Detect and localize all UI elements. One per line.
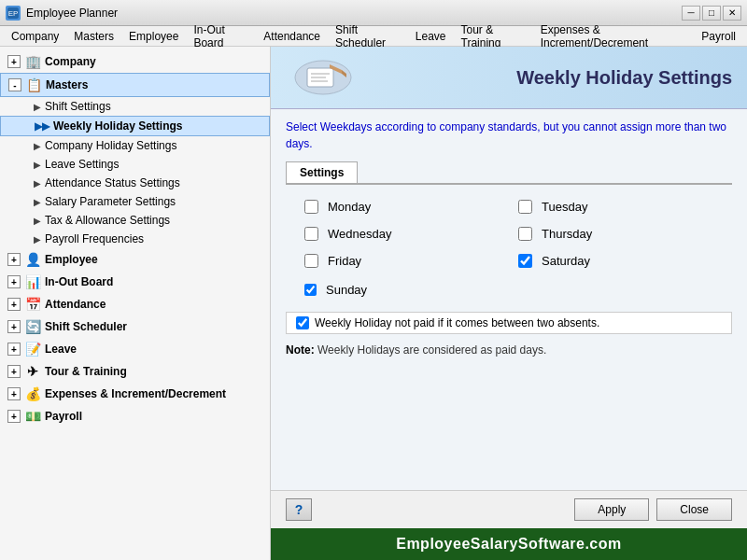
note-label: Note: xyxy=(286,343,315,357)
help-button[interactable]: ? xyxy=(286,498,312,521)
sidebar-item-expenses[interactable]: + 💰 Expenses & Increment/Decrement xyxy=(0,383,270,405)
expenses-icon: 💰 xyxy=(24,385,41,402)
content-logo xyxy=(286,54,360,101)
days-grid: Monday Tuesday Wednesday Thursday Friday xyxy=(286,200,732,268)
arrow-company-holiday: ▶ xyxy=(34,141,41,151)
sidebar-label-employee: Employee xyxy=(45,253,98,266)
window-controls[interactable]: ─ □ ✕ xyxy=(682,6,741,21)
main-layout: + 🏢 Company - 📋 Masters ▶ Shift Settings… xyxy=(0,47,747,560)
sidebar-label-masters: Masters xyxy=(46,78,88,91)
friday-checkbox[interactable] xyxy=(304,254,318,268)
sidebar-item-payroll[interactable]: + 💵 Payroll xyxy=(0,405,270,427)
sidebar-item-attendance[interactable]: + 📅 Attendance xyxy=(0,293,270,315)
day-sunday-row: Sunday xyxy=(286,283,732,297)
sunday-label: Sunday xyxy=(326,283,367,297)
arrow-salary: ▶ xyxy=(34,197,41,207)
day-saturday: Saturday xyxy=(518,254,713,268)
note-text: Weekly Holidays are considered as paid d… xyxy=(315,343,547,357)
sidebar-item-company[interactable]: + 🏢 Company xyxy=(0,50,270,73)
sidebar-label-salary-parameter: Salary Parameter Settings xyxy=(45,195,176,208)
expand-icon-inout: + xyxy=(7,275,21,288)
menu-attendance[interactable]: Attendance xyxy=(256,28,328,45)
monday-checkbox[interactable] xyxy=(304,200,318,214)
tab-settings[interactable]: Settings xyxy=(286,161,358,183)
sidebar-label-attendance-status: Attendance Status Settings xyxy=(45,176,180,189)
expand-icon-shift: + xyxy=(7,320,21,333)
sidebar-label-leave: Leave xyxy=(45,343,77,356)
tuesday-checkbox[interactable] xyxy=(518,200,532,214)
holiday-unpaid-row: Weekly Holiday not paid if it comes betw… xyxy=(286,312,732,334)
sidebar-item-shift-settings[interactable]: ▶ Shift Settings xyxy=(0,97,270,116)
shift-icon: 🔄 xyxy=(24,318,41,335)
expand-icon-masters: - xyxy=(8,78,21,91)
menu-masters[interactable]: Masters xyxy=(66,28,121,45)
arrow-leave: ▶ xyxy=(34,160,41,170)
sidebar-item-weekly-holiday[interactable]: ▶▶ Weekly Holiday Settings xyxy=(0,116,270,136)
employee-icon: 👤 xyxy=(24,251,41,268)
sidebar-item-leave[interactable]: + 📝 Leave xyxy=(0,338,270,360)
info-text: Select Weekdays according to company sta… xyxy=(286,119,732,152)
saturday-checkbox[interactable] xyxy=(518,254,532,268)
close-button[interactable]: Close xyxy=(656,498,732,521)
day-thursday: Thursday xyxy=(518,227,713,241)
sidebar-item-inout[interactable]: + 📊 In-Out Board xyxy=(0,271,270,293)
menu-leave[interactable]: Leave xyxy=(408,28,454,45)
sidebar-item-shift-scheduler[interactable]: + 🔄 Shift Scheduler xyxy=(0,315,270,338)
sidebar-item-leave-settings[interactable]: ▶ Leave Settings xyxy=(0,155,270,174)
attendance-icon: 📅 xyxy=(24,296,41,313)
sidebar-label-shift-scheduler: Shift Scheduler xyxy=(45,320,127,333)
day-friday: Friday xyxy=(304,254,500,268)
sidebar-item-employee[interactable]: + 👤 Employee xyxy=(0,248,270,271)
sidebar-item-payroll-freq[interactable]: ▶ Payroll Frequencies xyxy=(0,230,270,248)
app-title: Employee Planner xyxy=(26,7,118,20)
sidebar-item-salary-parameter[interactable]: ▶ Salary Parameter Settings xyxy=(0,192,270,211)
app-icon: EP xyxy=(6,6,21,21)
menu-company[interactable]: Company xyxy=(4,28,66,45)
leave-icon: 📝 xyxy=(24,341,41,357)
sidebar-item-tour[interactable]: + ✈ Tour & Training xyxy=(0,360,270,383)
svg-text:EP: EP xyxy=(8,9,19,18)
monday-label: Monday xyxy=(328,200,371,214)
wednesday-checkbox[interactable] xyxy=(304,227,318,241)
sidebar-label-tax-allowance: Tax & Allowance Settings xyxy=(45,214,170,227)
expand-icon-attendance: + xyxy=(7,298,21,311)
sidebar-label-payroll: Payroll xyxy=(45,410,82,423)
sunday-checkbox[interactable] xyxy=(304,284,317,296)
sidebar-item-attendance-status[interactable]: ▶ Attendance Status Settings xyxy=(0,174,270,192)
menu-payroll[interactable]: Payroll xyxy=(694,28,743,45)
tab-bar: Settings xyxy=(286,161,732,185)
sidebar-item-tax-allowance[interactable]: ▶ Tax & Allowance Settings xyxy=(0,211,270,230)
sidebar-label-weekly-holiday: Weekly Holiday Settings xyxy=(53,119,183,133)
expand-icon-leave: + xyxy=(7,343,21,356)
content-body: Select Weekdays according to company sta… xyxy=(271,109,747,490)
friday-label: Friday xyxy=(328,254,361,268)
sidebar-label-attendance: Attendance xyxy=(45,298,106,311)
expand-icon-expenses: + xyxy=(7,387,21,400)
arrow-payroll-freq: ▶ xyxy=(34,234,41,245)
inout-icon: 📊 xyxy=(24,273,41,290)
sidebar-label-company: Company xyxy=(45,55,96,68)
day-wednesday: Wednesday xyxy=(304,227,500,241)
wednesday-label: Wednesday xyxy=(328,227,391,241)
sidebar-label-payroll-freq: Payroll Frequencies xyxy=(45,232,144,245)
sidebar-item-company-holiday[interactable]: ▶ Company Holiday Settings xyxy=(0,136,270,155)
expand-icon-employee: + xyxy=(7,253,21,266)
close-button[interactable]: ✕ xyxy=(723,6,741,21)
expand-icon-tour: + xyxy=(7,365,21,378)
menubar: Company Masters Employee In-Out Board At… xyxy=(0,26,747,47)
maximize-button[interactable]: □ xyxy=(702,6,721,21)
thursday-checkbox[interactable] xyxy=(518,227,532,241)
menu-employee[interactable]: Employee xyxy=(121,28,186,45)
sidebar-item-masters[interactable]: - 📋 Masters xyxy=(0,73,270,97)
button-row: ? Apply Close xyxy=(271,490,747,528)
note-row: Note: Weekly Holidays are considered as … xyxy=(286,343,732,357)
masters-icon: 📋 xyxy=(25,77,42,93)
sidebar: + 🏢 Company - 📋 Masters ▶ Shift Settings… xyxy=(0,47,271,560)
apply-button[interactable]: Apply xyxy=(574,498,649,521)
minimize-button[interactable]: ─ xyxy=(682,6,700,21)
payroll-icon: 💵 xyxy=(24,408,41,425)
titlebar-left: EP Employee Planner xyxy=(6,6,118,21)
content-header: Weekly Holiday Settings xyxy=(271,47,747,109)
holiday-unpaid-checkbox[interactable] xyxy=(296,316,309,329)
tuesday-label: Tuesday xyxy=(542,200,587,214)
